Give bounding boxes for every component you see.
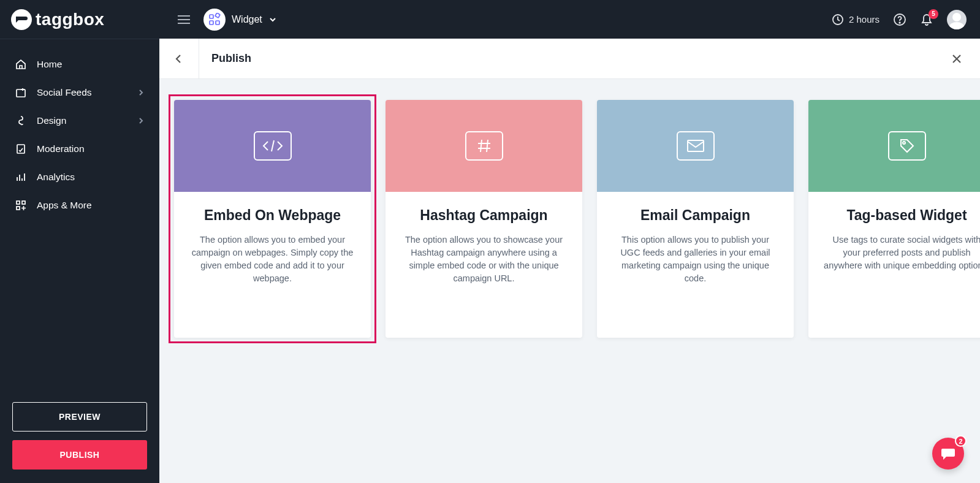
chevron-right-icon [137, 117, 145, 124]
chat-button[interactable]: 2 [932, 438, 964, 470]
social-feeds-icon [15, 86, 27, 99]
card-tag-widget[interactable]: Tag-based Widget Use tags to curate soci… [808, 100, 980, 338]
hamburger-icon[interactable] [174, 12, 194, 28]
nav-label: Home [37, 59, 145, 70]
help-icon [893, 13, 906, 26]
card-image [808, 100, 980, 192]
nav-label: Analytics [37, 172, 145, 183]
topbar-main: Widget [159, 9, 832, 31]
preview-button[interactable]: PREVIEW [12, 402, 147, 432]
home-icon [15, 58, 27, 70]
svg-rect-1 [210, 21, 213, 25]
svg-rect-9 [17, 201, 20, 204]
notification-badge: 5 [929, 9, 938, 19]
notifications-button[interactable]: 5 [920, 13, 933, 26]
card-image [386, 100, 582, 192]
sidebar: Home Social Feeds Design Moderation Anal… [0, 39, 159, 483]
svg-rect-8 [17, 145, 25, 153]
apps-icon [15, 199, 27, 211]
chat-icon [940, 445, 957, 462]
svg-point-13 [903, 142, 905, 144]
svg-rect-10 [22, 201, 25, 204]
nav-home[interactable]: Home [0, 50, 159, 78]
svg-rect-2 [216, 21, 219, 25]
topbar-right: 2 hours 5 [832, 10, 980, 29]
nav-design[interactable]: Design [0, 107, 159, 135]
card-desc: The option allows you to embed your camp… [189, 234, 356, 285]
svg-rect-0 [210, 15, 213, 18]
page-header: Publish [159, 39, 980, 79]
nav-label: Apps & More [37, 200, 145, 211]
page-title: Publish [199, 52, 933, 65]
avatar[interactable] [947, 10, 967, 29]
nav-label: Design [37, 115, 127, 126]
nav: Home Social Feeds Design Moderation Anal… [0, 39, 159, 394]
close-icon [951, 53, 963, 65]
chat-badge: 2 [955, 435, 967, 447]
svg-rect-11 [17, 207, 20, 210]
svg-rect-7 [17, 89, 25, 97]
widget-label: Widget [232, 14, 262, 25]
topbar: taggbox Widget 2 hours 5 [0, 0, 980, 39]
card-desc: The option allows you to showcase your H… [400, 234, 568, 285]
card-title: Embed On Webpage [189, 207, 356, 225]
nav-moderation[interactable]: Moderation [0, 135, 159, 163]
widget-dropdown[interactable]: Widget [203, 9, 277, 31]
logo: taggbox [11, 9, 104, 30]
logo-icon [11, 9, 32, 30]
chevron-left-icon [173, 53, 185, 65]
brand-text: taggbox [36, 10, 104, 29]
tag-icon [888, 131, 926, 161]
card-desc: Use tags to curate social widgets with y… [823, 234, 980, 272]
analytics-icon [15, 171, 27, 183]
nav-apps[interactable]: Apps & More [0, 191, 159, 219]
content: Embed On Webpage The option allows you t… [159, 79, 980, 483]
nav-analytics[interactable]: Analytics [0, 163, 159, 191]
svg-rect-12 [688, 140, 704, 151]
moderation-icon [15, 143, 27, 155]
card-embed-webpage[interactable]: Embed On Webpage The option allows you t… [174, 100, 371, 338]
code-icon [254, 131, 292, 161]
card-email-campaign[interactable]: Email Campaign This option allows you to… [597, 100, 794, 338]
card-image [174, 100, 371, 192]
svg-point-6 [899, 22, 900, 23]
svg-rect-3 [215, 13, 220, 18]
chevron-down-icon [268, 15, 277, 24]
time-text: 2 hours [849, 14, 879, 25]
design-icon [15, 115, 27, 127]
sidebar-footer: PREVIEW PUBLISH [0, 394, 159, 483]
email-icon [677, 131, 715, 161]
clock-icon [832, 13, 844, 26]
time-indicator[interactable]: 2 hours [832, 13, 879, 26]
card-hashtag-campaign[interactable]: Hashtag Campaign The option allows you t… [386, 100, 582, 338]
help-button[interactable] [893, 13, 906, 26]
publish-button[interactable]: PUBLISH [12, 440, 147, 470]
card-title: Hashtag Campaign [400, 207, 568, 225]
chevron-right-icon [137, 89, 145, 96]
cards-row: Embed On Webpage The option allows you t… [174, 100, 965, 338]
card-image [597, 100, 794, 192]
card-desc: This option allows you to publish your U… [612, 234, 779, 285]
nav-label: Moderation [37, 143, 145, 154]
card-title: Tag-based Widget [823, 207, 980, 225]
topbar-brand[interactable]: taggbox [0, 9, 159, 30]
widget-icon [203, 9, 226, 31]
nav-label: Social Feeds [37, 87, 127, 98]
close-button[interactable] [933, 53, 980, 65]
nav-social-feeds[interactable]: Social Feeds [0, 78, 159, 107]
hashtag-icon [465, 131, 503, 161]
back-button[interactable] [159, 39, 199, 78]
card-title: Email Campaign [612, 207, 779, 225]
